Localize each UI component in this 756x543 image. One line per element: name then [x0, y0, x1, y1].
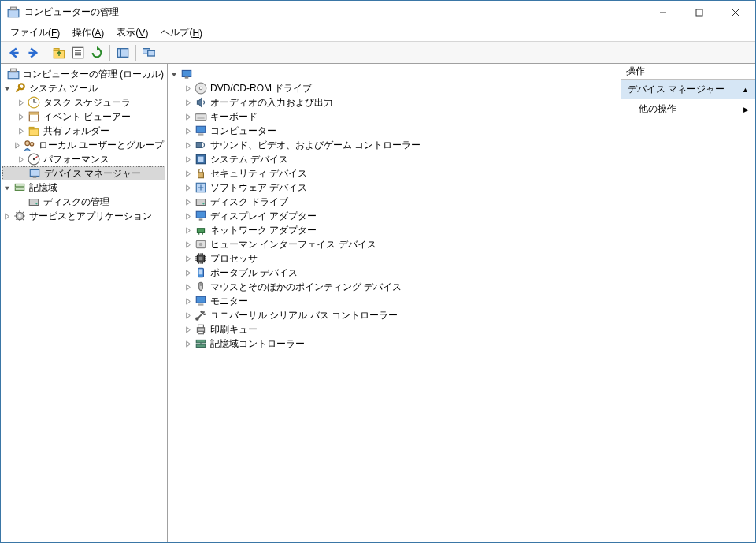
tree-item[interactable]: コンピューターの管理 (ローカル): [2, 67, 165, 81]
titlebar: コンピューターの管理: [1, 1, 755, 24]
console-tree-panel[interactable]: コンピューターの管理 (ローカル)システム ツールタスク スケジューライベント …: [1, 64, 168, 542]
device-category[interactable]: マウスとそのほかのポインティング デバイス: [169, 280, 619, 294]
device-category[interactable]: 記憶域コントローラー: [169, 337, 619, 351]
tree-item-label: タスク スケジューラ: [42, 96, 132, 110]
optical-icon: [195, 82, 207, 95]
device-category[interactable]: セキュリティ デバイス: [169, 166, 619, 180]
device-category-label: 印刷キュー: [209, 323, 259, 337]
toolbar-forward-button[interactable]: [24, 44, 42, 61]
tree-item[interactable]: サービスとアプリケーション: [2, 209, 165, 223]
device-category[interactable]: モニター: [169, 294, 619, 308]
expander-open-icon[interactable]: [169, 69, 179, 79]
device-category-label: ポータブル デバイス: [209, 266, 299, 280]
device-category[interactable]: システム デバイス: [169, 152, 619, 166]
expander-closed-icon[interactable]: [2, 211, 12, 221]
tree-item[interactable]: デバイス マネージャー: [2, 166, 165, 180]
actions-section-device-manager[interactable]: デバイス マネージャー ▲: [621, 80, 755, 99]
device-category[interactable]: サウンド、ビデオ、およびゲーム コントローラー: [169, 138, 619, 152]
expander-closed-icon[interactable]: [183, 339, 193, 348]
expander-open-icon[interactable]: [2, 183, 12, 192]
toolbar-back-button[interactable]: [6, 44, 23, 61]
device-category-label: サウンド、ビデオ、およびゲーム コントローラー: [209, 139, 422, 152]
device-category[interactable]: ネットワーク アダプター: [169, 223, 619, 237]
expander-closed-icon[interactable]: [183, 225, 193, 235]
computer-root-icon: [180, 68, 193, 80]
ti-storage-icon: [13, 181, 26, 194]
ti-event-icon: [28, 110, 40, 123]
tree-item-label: 共有フォルダー: [42, 125, 111, 138]
expander-closed-icon[interactable]: [183, 98, 193, 107]
expander-closed-icon[interactable]: [183, 197, 193, 206]
tree-item[interactable]: システム ツール: [2, 81, 165, 95]
expander-closed-icon[interactable]: [183, 211, 193, 221]
device-category[interactable]: DVD/CD-ROM ドライブ: [169, 81, 619, 95]
device-category[interactable]: ユニバーサル シリアル バス コントローラー: [169, 308, 619, 322]
device-category[interactable]: ポータブル デバイス: [169, 266, 619, 280]
tree-item-label: 記憶域: [28, 181, 59, 195]
device-category-label: プロセッサ: [209, 252, 259, 266]
actions-section-label: デバイス マネージャー: [628, 83, 724, 96]
ti-clock-icon: [28, 96, 40, 109]
expander-closed-icon[interactable]: [183, 169, 193, 178]
device-category-label: モニター: [209, 295, 250, 308]
toolbar-up-button[interactable]: [50, 44, 68, 61]
device-category-label: キーボード: [209, 110, 259, 124]
device-category[interactable]: プロセッサ: [169, 251, 619, 266]
expander-closed-icon[interactable]: [183, 240, 193, 249]
device-tree-root[interactable]: [169, 67, 619, 81]
close-button[interactable]: [717, 1, 754, 24]
toolbar-properties-button[interactable]: [69, 44, 87, 61]
display-icon: [195, 210, 207, 222]
expander-closed-icon[interactable]: [17, 112, 26, 121]
expander-closed-icon[interactable]: [183, 296, 193, 306]
expander-closed-icon[interactable]: [183, 311, 193, 320]
menu-action[interactable]: 操作(A): [66, 24, 110, 41]
tree-item[interactable]: イベント ビューアー: [2, 110, 165, 124]
main-area: コンピューターの管理 (ローカル)システム ツールタスク スケジューライベント …: [1, 64, 755, 542]
expander-closed-icon[interactable]: [17, 154, 26, 164]
device-category[interactable]: ディスプレイ アダプター: [169, 209, 619, 223]
device-category[interactable]: オーディオの入力および出力: [169, 95, 619, 110]
tree-item[interactable]: 記憶域: [2, 180, 165, 195]
expander-closed-icon[interactable]: [183, 112, 193, 121]
menu-file[interactable]: ファイル(F): [4, 24, 66, 41]
tree-item[interactable]: タスク スケジューラ: [2, 95, 165, 110]
expander-closed-icon[interactable]: [17, 98, 26, 107]
tree-item[interactable]: ローカル ユーザーとグループ: [2, 138, 165, 152]
expander-closed-icon[interactable]: [183, 325, 193, 334]
minimize-button[interactable]: [645, 1, 681, 24]
device-category[interactable]: 印刷キュー: [169, 322, 619, 337]
tree-item[interactable]: 共有フォルダー: [2, 124, 165, 138]
ti-share-icon: [28, 125, 40, 137]
storagectrl-icon: [195, 337, 207, 350]
tree-item-label: パフォーマンス: [42, 153, 111, 166]
expander-closed-icon[interactable]: [183, 126, 193, 136]
device-category[interactable]: ヒューマン インターフェイス デバイス: [169, 237, 619, 251]
expander-closed-icon[interactable]: [183, 140, 193, 150]
device-category[interactable]: コンピューター: [169, 124, 619, 138]
toolbar-showhide-tree-button[interactable]: [114, 44, 132, 61]
tree-item[interactable]: パフォーマンス: [2, 152, 165, 166]
device-category[interactable]: ディスク ドライブ: [169, 195, 619, 209]
expander-closed-icon[interactable]: [183, 183, 193, 192]
ti-mgmt-icon: [7, 68, 20, 80]
device-category[interactable]: ソフトウェア デバイス: [169, 180, 619, 195]
expander-open-icon[interactable]: [2, 84, 12, 93]
menu-view[interactable]: 表示(V): [110, 24, 154, 41]
menu-help[interactable]: ヘルプ(H): [154, 24, 209, 41]
tree-item-label: サービスとアプリケーション: [28, 210, 154, 223]
expander-closed-icon[interactable]: [183, 154, 193, 164]
toolbar-refresh-button[interactable]: [88, 44, 106, 61]
expander-closed-icon[interactable]: [183, 84, 193, 93]
expander-closed-icon[interactable]: [183, 268, 193, 277]
expander-closed-icon[interactable]: [183, 282, 193, 292]
device-manager-panel[interactable]: DVD/CD-ROM ドライブオーディオの入力および出力キーボードコンピューター…: [168, 64, 621, 542]
toolbar-monitors-button[interactable]: [140, 44, 158, 61]
expander-closed-icon[interactable]: [183, 254, 193, 263]
actions-more-actions[interactable]: 他の操作 ▶: [621, 99, 755, 119]
tree-item[interactable]: ディスクの管理: [2, 195, 165, 209]
device-category[interactable]: キーボード: [169, 110, 619, 124]
maximize-button[interactable]: [681, 1, 717, 24]
expander-closed-icon[interactable]: [13, 140, 20, 150]
expander-closed-icon[interactable]: [17, 126, 26, 136]
